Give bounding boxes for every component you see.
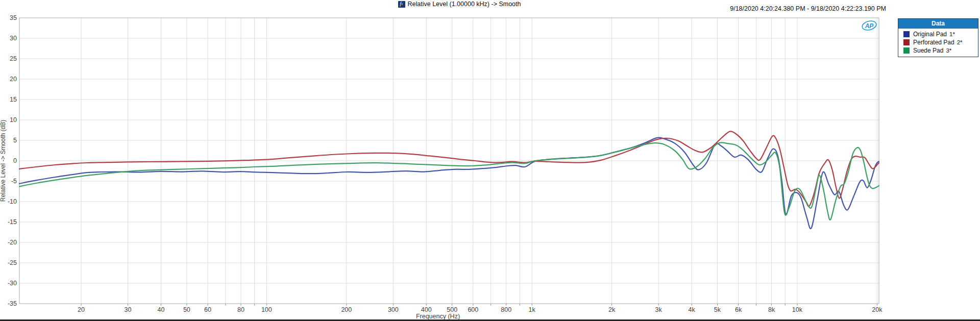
- x-tick-label: 80: [237, 306, 244, 313]
- y-tick-label: -20: [8, 239, 17, 246]
- x-tick-label: 400: [421, 306, 432, 313]
- y-tick-label: 35: [10, 14, 17, 21]
- y-tick-label: 10: [10, 116, 17, 124]
- x-tick-label: 300: [388, 306, 399, 313]
- legend-channel-marker: 2*: [957, 39, 963, 45]
- y-tick-label: -25: [8, 259, 17, 266]
- x-axis-title: Frequency (Hz): [416, 313, 460, 320]
- x-tick-label: 6k: [735, 306, 742, 313]
- x-tick-label: 8k: [768, 306, 775, 313]
- y-tick-label: -10: [8, 198, 17, 205]
- data-legend: Data Original Pad1*Perforated Pad2*Suede…: [898, 18, 978, 57]
- y-tick-label: -30: [8, 280, 17, 287]
- x-tick-label: 100: [261, 306, 272, 313]
- y-tick-label: -15: [8, 218, 17, 226]
- x-tick-label: 20: [78, 306, 85, 313]
- legend-row-suede-pad[interactable]: Suede Pad3*: [898, 46, 978, 55]
- legend-swatch-icon: [903, 31, 910, 37]
- x-tick-label: 5k: [714, 306, 721, 313]
- legend-channel-marker: 3*: [946, 47, 951, 54]
- x-tick-label: 2k: [608, 306, 616, 313]
- legend-label: Perforated Pad: [913, 39, 954, 46]
- series-curve-perforated-pad: [19, 131, 879, 206]
- y-tick-label: 30: [10, 35, 17, 42]
- x-tick-label: 4k: [688, 306, 695, 313]
- legend-row-original-pad[interactable]: Original Pad1*: [898, 30, 978, 38]
- y-tick-label: 25: [10, 55, 17, 62]
- legend-row-perforated-pad[interactable]: Perforated Pad2*: [898, 38, 978, 46]
- measurement-graph-panel: fx Relative Level (1.00000 kHz) -> Smoot…: [0, 0, 980, 321]
- x-tick-label: 1k: [529, 306, 536, 313]
- x-tick-label: 30: [125, 306, 132, 313]
- x-tick-label: 20k: [872, 306, 883, 313]
- chart-canvas: 2030405060801002003004005006008001k2k3k4…: [0, 0, 980, 321]
- y-tick-label: 15: [10, 96, 17, 103]
- y-tick-label: -5: [11, 178, 17, 185]
- y-tick-label: 20: [10, 76, 17, 83]
- x-tick-label: 60: [204, 306, 211, 313]
- y-axis-title: Relative Level -> Smooth (dB): [0, 120, 7, 202]
- legend-swatch-icon: [903, 47, 910, 54]
- legend-rows: Original Pad1*Perforated Pad2*Suede Pad3…: [898, 29, 978, 57]
- y-tick-label: 0: [13, 157, 17, 164]
- x-tick-label: 50: [183, 306, 190, 313]
- legend-label: Suede Pad: [913, 47, 943, 54]
- x-tick-label: 40: [158, 306, 165, 313]
- legend-channel-marker: 1*: [949, 31, 955, 37]
- y-tick-label: -35: [8, 300, 17, 307]
- legend-swatch-icon: [903, 39, 910, 45]
- x-tick-label: 3k: [655, 306, 663, 313]
- x-tick-label: 500: [447, 306, 457, 313]
- legend-label: Original Pad: [913, 31, 947, 38]
- ap-logo-text: AP: [865, 22, 874, 30]
- y-tick-label: 5: [13, 137, 17, 144]
- x-tick-label: 600: [468, 306, 478, 313]
- x-tick-label: 10k: [792, 306, 803, 313]
- x-tick-label: 200: [341, 306, 352, 313]
- x-tick-label: 800: [501, 306, 511, 313]
- legend-header: Data: [898, 19, 978, 29]
